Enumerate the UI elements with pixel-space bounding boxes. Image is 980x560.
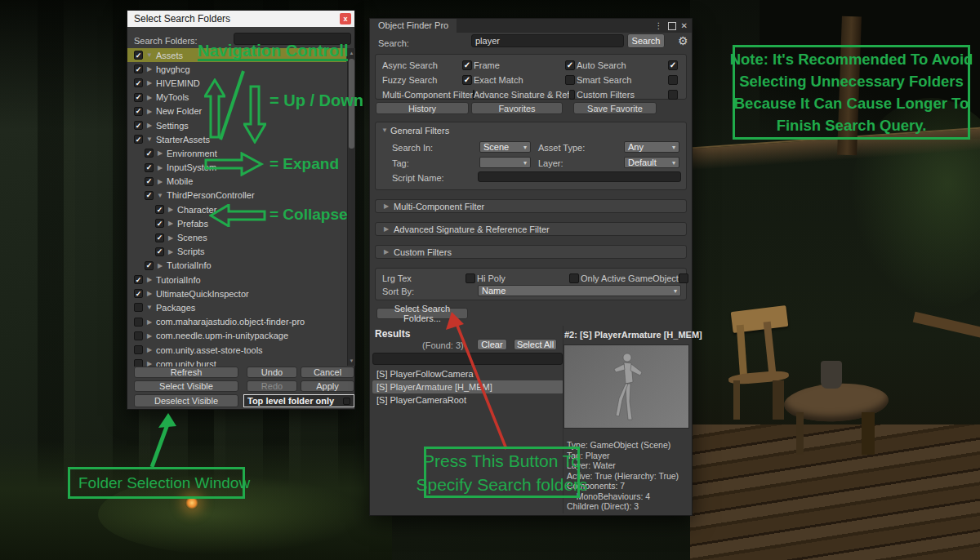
search-input[interactable]	[471, 34, 624, 47]
foldout-closed-icon[interactable]: ▶	[156, 149, 164, 157]
foldout-open-icon[interactable]: ▼	[145, 304, 154, 311]
favorites-button[interactable]: Favorites	[471, 102, 563, 114]
foldout-closed-icon[interactable]: ▶	[156, 178, 164, 185]
history-button[interactable]: History	[376, 102, 469, 114]
option-checkbox[interactable]	[679, 273, 688, 283]
option-checkbox[interactable]: ✓	[462, 60, 472, 70]
folder-checkbox[interactable]: ✓	[134, 64, 143, 73]
option-checkbox[interactable]: ✓	[668, 60, 678, 70]
top-level-folder-toggle[interactable]: Top level folder only	[243, 394, 354, 407]
folder-checkbox[interactable]: ✓	[134, 51, 143, 60]
tree-row[interactable]: ✓▶TutorialInfo	[127, 259, 346, 273]
foldout-closed-icon[interactable]: ▶	[156, 262, 164, 269]
search-button[interactable]: Search	[627, 33, 665, 48]
layer-dropdown[interactable]: Default▾	[624, 157, 679, 168]
tree-row[interactable]: ✓▶UltimateQuickInspector	[127, 287, 346, 300]
foldout-closed-icon[interactable]: ▶	[167, 234, 175, 242]
option-checkbox[interactable]	[668, 75, 678, 85]
option-checkbox[interactable]	[565, 75, 575, 85]
folder-checkbox[interactable]: ✓	[134, 275, 143, 284]
folder-checkbox[interactable]: ✓	[134, 121, 143, 130]
folder-checkbox[interactable]	[134, 303, 143, 312]
folder-checkbox[interactable]	[134, 331, 143, 340]
foldout-closed-icon[interactable]: ▶	[145, 360, 154, 367]
folder-checkbox[interactable]: ✓	[155, 219, 164, 228]
folder-checkbox[interactable]: ✓	[134, 78, 143, 87]
tree-row[interactable]: ✓▼ThirdPersonController	[127, 189, 346, 202]
folder-checkbox[interactable]: ✓	[134, 289, 143, 298]
select-visible-button[interactable]: Select Visible	[134, 380, 238, 392]
foldout-closed-icon[interactable]: ▶	[145, 79, 154, 87]
scroll-up-icon[interactable]: ▲	[348, 49, 355, 57]
folder-checkbox[interactable]: ✓	[145, 149, 154, 158]
foldout-closed-icon[interactable]: ▶	[145, 65, 154, 73]
tree-row[interactable]: ✓▶Scripts	[127, 245, 346, 259]
folder-checkbox[interactable]	[134, 359, 143, 367]
undo-button[interactable]: Undo	[247, 367, 297, 378]
save-favorite-button[interactable]: Save Favorite	[573, 102, 657, 114]
finder-tab[interactable]: Object Finder Pro	[370, 19, 457, 33]
foldout-closed-icon[interactable]: ▶	[145, 122, 154, 129]
option-checkbox[interactable]	[466, 273, 475, 283]
folder-checkbox[interactable]: ✓	[145, 261, 154, 270]
foldout-closed-icon[interactable]: ▶	[167, 206, 175, 213]
foldout-open-icon[interactable]: ▼	[381, 127, 389, 134]
general-filters-header[interactable]: General Filters	[390, 126, 449, 136]
tree-row[interactable]: ▶com.unity.burst	[127, 357, 346, 367]
search-in-dropdown[interactable]: Scene▾	[479, 141, 531, 153]
apply-button[interactable]: Apply	[301, 380, 354, 392]
foldout-closed-icon[interactable]: ▶	[167, 220, 175, 227]
folder-checkbox[interactable]	[134, 345, 143, 354]
foldout-closed-icon[interactable]: ▶	[145, 276, 154, 283]
tag-dropdown[interactable]: ▾	[479, 157, 531, 168]
deselect-visible-button[interactable]: Deselect Visible	[134, 394, 238, 407]
folder-checkbox[interactable]: ✓	[155, 205, 164, 214]
refresh-button[interactable]: Refresh	[134, 367, 238, 378]
gear-icon[interactable]: ⚙	[678, 34, 688, 47]
kebab-icon[interactable]: ⋮	[655, 21, 663, 30]
option-checkbox[interactable]	[569, 273, 579, 283]
scroll-down-icon[interactable]: ▼	[348, 357, 355, 365]
folder-checkbox[interactable]: ✓	[145, 177, 154, 186]
finder-tabstrip[interactable]: Object Finder Pro ⋮ ✕	[370, 19, 692, 33]
folder-checkbox[interactable]: ✓	[145, 191, 154, 200]
tree-row[interactable]: ✓▶Mobile	[127, 175, 346, 189]
top-level-checkbox[interactable]	[343, 398, 350, 405]
foldout-open-icon[interactable]: ▼	[145, 136, 154, 143]
foldout-closed-icon[interactable]: ▶	[145, 318, 154, 326]
option-checkbox[interactable]: ✓	[565, 60, 575, 70]
folder-checkbox[interactable]: ✓	[134, 135, 143, 144]
tree-row[interactable]: ✓▶TutorialInfo	[127, 273, 346, 287]
folder-checkbox[interactable]: ✓	[145, 163, 154, 172]
foldout-closed-icon[interactable]: ▶	[145, 346, 154, 353]
foldout-closed-icon[interactable]: ▶	[145, 290, 154, 297]
tree-row[interactable]: ▶com.unity.asset-store-tools	[127, 343, 346, 357]
select-all-button[interactable]: Select All	[514, 339, 557, 350]
folder-checkbox[interactable]: ✓	[155, 247, 164, 256]
redo-button[interactable]: Redo	[247, 380, 297, 392]
foldout-closed-icon[interactable]: ▶	[145, 94, 154, 101]
folder-checkbox[interactable]: ✓	[134, 93, 143, 102]
option-checkbox[interactable]: ✓	[462, 75, 472, 85]
foldout-closed-icon[interactable]: ▶	[145, 332, 154, 340]
foldout-closed-icon[interactable]: ▶	[156, 164, 164, 171]
foldout-closed-icon[interactable]: ▶	[145, 108, 154, 115]
foldout-open-icon[interactable]: ▼	[156, 192, 164, 199]
asset-type-dropdown[interactable]: Any▾	[624, 141, 679, 153]
tree-row[interactable]: ✓▶Scenes	[127, 230, 346, 244]
cancel-button[interactable]: Cancel	[301, 367, 354, 378]
tree-row[interactable]: ▶com.needle.upm-in-unitypackage	[127, 329, 346, 343]
maximize-icon[interactable]	[668, 22, 676, 30]
window-close-icon[interactable]: ✕	[681, 21, 688, 30]
foldout-closed-icon[interactable]: ▶	[167, 248, 175, 256]
option-checkbox[interactable]	[668, 90, 678, 100]
folder-checkbox[interactable]: ✓	[134, 107, 143, 116]
folder-window-titlebar[interactable]: Select Search Folders x	[127, 11, 354, 27]
folder-checkbox[interactable]: ✓	[155, 233, 164, 242]
tree-row[interactable]: ▶com.maharajastudio.object-finder-pro	[127, 315, 346, 329]
folder-checkbox[interactable]	[134, 318, 143, 327]
sort-by-dropdown[interactable]: Name▾	[478, 285, 681, 296]
script-name-input[interactable]	[478, 171, 681, 182]
tree-row[interactable]: ▼Packages	[127, 300, 346, 314]
section-multi-component-filter[interactable]: ▶ Multi-Component Filter	[375, 199, 687, 213]
